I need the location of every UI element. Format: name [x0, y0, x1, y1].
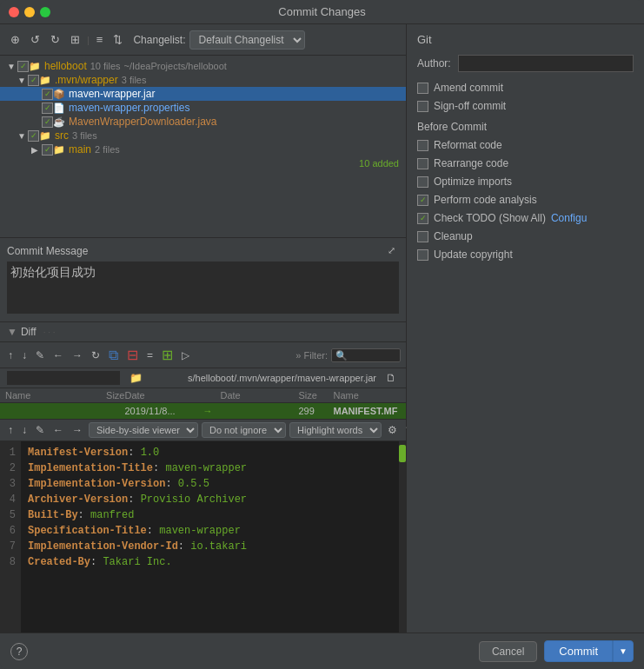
diff-header: ▼ Diff · · · — [0, 322, 406, 342]
commit-message-input[interactable]: 初始化项目成功 — [7, 262, 399, 314]
mvn-checkbox[interactable] — [28, 75, 39, 86]
right-path-text: s/helloboot/.mvn/wrapper/maven-wrapper.j… — [188, 373, 376, 383]
left-path-button[interactable]: 📁 — [127, 371, 145, 385]
file-path-bar: 📁 s/helloboot/.mvn/wrapper/maven-wrapper… — [0, 368, 406, 388]
viewer-down-button[interactable]: ↓ — [19, 423, 30, 437]
main-folder-icon: 📁 — [53, 144, 65, 156]
tree-root[interactable]: ▼ 📁 helloboot 10 files ~/IdeaProjects/he… — [0, 59, 406, 73]
cleanup-label[interactable]: Cleanup — [434, 230, 473, 242]
rearrange-checkbox[interactable] — [417, 158, 428, 169]
root-checkbox[interactable] — [17, 61, 29, 72]
help-button[interactable]: ? — [10, 643, 28, 660]
amend-label[interactable]: Amend commit — [434, 82, 503, 94]
commit-dropdown-button[interactable]: ▼ — [613, 640, 634, 662]
minimize-button[interactable] — [24, 7, 35, 17]
folder-icon: 📁 — [39, 75, 51, 86]
diff-table-row[interactable]: 2019/11/8... → 299 MANIFEST.MF — [0, 403, 406, 420]
bottom-right: Cancel Commit ▼ — [479, 640, 634, 662]
signoff-label[interactable]: Sign-off commit — [434, 100, 506, 112]
main-name: main — [69, 143, 91, 156]
tree-src[interactable]: ▼ 📁 src 3 files — [0, 129, 406, 142]
viewer-highlight-select[interactable]: Highlight words — [289, 422, 382, 438]
author-input[interactable] — [458, 55, 634, 72]
toolbar: ⊕ ↺ ↻ ⊞ | ≡ ⇅ Changelist: Default Change… — [0, 24, 406, 56]
copyright-label[interactable]: Update copyright — [434, 248, 513, 261]
commit-button[interactable]: Commit — [544, 640, 613, 662]
close-button[interactable] — [9, 7, 19, 17]
maximize-button[interactable] — [40, 7, 50, 17]
filter-input[interactable] — [331, 348, 401, 362]
amend-checkbox[interactable] — [417, 83, 428, 94]
viewer-up-button[interactable]: ↑ — [5, 423, 16, 437]
java-checkbox[interactable] — [42, 116, 53, 128]
changelist-select[interactable]: Default Changelist — [189, 30, 305, 50]
side-by-side-button[interactable]: ⧉ — [106, 347, 121, 364]
tree-java[interactable]: ☕ MavenWrapperDownloader.java — [0, 115, 406, 129]
option-cleanup: Cleanup — [417, 229, 634, 243]
diff-btn2[interactable]: ⊟ — [124, 346, 141, 364]
main-content: ⊕ ↺ ↻ ⊞ | ≡ ⇅ Changelist: Default Change… — [0, 24, 644, 633]
sort-button[interactable]: ⇅ — [110, 31, 126, 48]
window: Commit Changes ⊕ ↺ ↻ ⊞ | ≡ ⇅ Changelist:… — [0, 0, 644, 669]
viewer-prev-button[interactable]: ← — [50, 423, 66, 437]
line-numbers: 1 2 3 4 5 6 7 8 — [0, 441, 21, 633]
left-path-input[interactable] — [7, 371, 120, 385]
tree-main[interactable]: ▶ 📁 main 2 files — [0, 142, 406, 156]
jar-checkbox[interactable] — [42, 89, 53, 100]
group-button[interactable]: ⊞ — [67, 31, 83, 48]
reformat-checkbox[interactable] — [417, 140, 428, 151]
diff-btn4[interactable]: ⊞ — [159, 346, 176, 364]
optimize-label[interactable]: Optimize imports — [434, 176, 512, 188]
refresh-button[interactable]: ↻ — [89, 348, 103, 362]
col-name-left: Name — [5, 390, 73, 401]
signoff-checkbox[interactable] — [417, 101, 428, 112]
analysis-checkbox[interactable] — [417, 195, 428, 206]
expand-button[interactable]: ≡ — [93, 31, 107, 48]
reformat-label[interactable]: Reformat code — [434, 139, 502, 151]
cancel-button[interactable]: Cancel — [479, 641, 537, 662]
viewer-ignore-select[interactable]: Do not ignore — [202, 422, 286, 438]
tree-jar[interactable]: 📦 maven-wrapper.jar — [0, 87, 406, 101]
tree-mvn[interactable]: ▼ 📁 .mvn/wrapper 3 files — [0, 73, 406, 87]
edit-button[interactable]: ✎ — [33, 348, 47, 362]
option-reformat: Reformat code — [417, 138, 634, 152]
next-diff-button[interactable]: → — [70, 348, 85, 362]
commit-message-expand-button[interactable]: ⤢ — [384, 243, 399, 258]
root-name: helloboot — [44, 60, 87, 72]
main-checkbox[interactable] — [42, 144, 53, 156]
main-count: 2 files — [95, 144, 120, 155]
todo-label[interactable]: Check TODO (Show All) — [434, 212, 546, 224]
add-button[interactable]: ⊕ — [7, 31, 23, 48]
commit-message-section: Commit Message ⤢ 初始化项目成功 — [0, 238, 406, 322]
code-line-1: Manifest-Version: 1.0 — [28, 445, 392, 460]
right-scroll-thumb[interactable] — [399, 445, 406, 462]
rearrange-label[interactable]: Rearrange code — [434, 157, 508, 169]
src-checkbox[interactable] — [28, 130, 39, 142]
analysis-label[interactable]: Perform code analysis — [434, 194, 537, 206]
copyright-checkbox[interactable] — [417, 249, 428, 261]
prev-diff-button[interactable]: ← — [50, 348, 66, 362]
undo-button[interactable]: ↺ — [27, 31, 43, 48]
viewer-mode-select[interactable]: Side-by-side viewer — [89, 422, 198, 438]
down-arrow-button[interactable]: ↓ — [19, 348, 30, 362]
redo-button[interactable]: ↻ — [47, 31, 63, 48]
optimize-checkbox[interactable] — [417, 176, 428, 188]
viewer-next-button[interactable]: → — [70, 423, 85, 437]
configure-link[interactable]: Configu — [551, 212, 587, 224]
tree-props[interactable]: 📄 maven-wrapper.properties — [0, 101, 406, 115]
up-arrow-button[interactable]: ↑ — [5, 348, 16, 362]
todo-checkbox[interactable] — [417, 213, 428, 224]
file-tree: ▼ 📁 helloboot 10 files ~/IdeaProjects/he… — [0, 56, 406, 238]
props-checkbox[interactable] — [42, 103, 53, 114]
amend-commit-row: Amend commit — [417, 81, 634, 95]
right-path-button[interactable]: 🗋 — [383, 371, 399, 385]
cleanup-checkbox[interactable] — [417, 231, 428, 242]
diff-btn5[interactable]: ▷ — [179, 348, 192, 362]
option-todo: Check TODO (Show All) Configu — [417, 211, 634, 225]
diff-btn3[interactable]: = — [144, 348, 156, 362]
code-line-7: Implementation-Vendor-Id: io.takari — [28, 539, 392, 554]
row-date-left: 2019/11/8... — [125, 406, 203, 416]
author-label: Author: — [417, 57, 451, 70]
viewer-edit-button[interactable]: ✎ — [33, 423, 47, 437]
viewer-settings-button[interactable]: ⚙ — [385, 423, 400, 437]
